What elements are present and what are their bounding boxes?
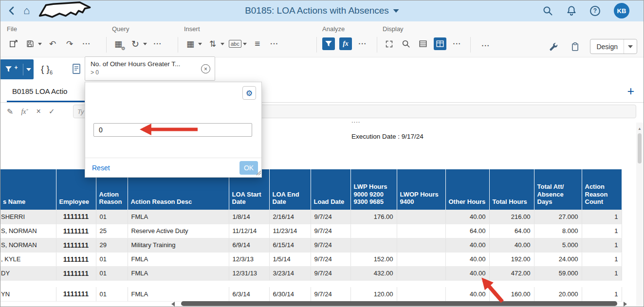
insert-function-icon[interactable]: fx+ <box>21 107 28 116</box>
table-cell[interactable]: 9/7/24 <box>311 210 350 224</box>
zoom-icon[interactable] <box>400 37 412 50</box>
table-cell[interactable]: 40.00 <box>445 252 489 266</box>
table-cell[interactable]: 11/12/14 <box>229 224 269 238</box>
table-cell[interactable]: 24.000 <box>534 252 582 266</box>
table-cell[interactable]: 25 <box>96 224 128 238</box>
table-cell[interactable]: 432.00 <box>350 266 397 280</box>
more-overflow-icon[interactable]: ··· <box>479 39 492 52</box>
table-cell[interactable]: 3/23/14 <box>269 266 311 280</box>
table-cell[interactable]: 1 <box>582 252 622 266</box>
table-cell[interactable]: 216.00 <box>489 210 534 224</box>
table-cell[interactable]: 9/7/24 <box>311 252 350 266</box>
table-cell[interactable]: 01 <box>96 287 128 301</box>
table-cell[interactable]: 01 <box>96 252 128 266</box>
table-cell[interactable]: 29 <box>96 238 128 252</box>
table-cell[interactable]: S, NORMAN <box>0 224 56 238</box>
table-cell[interactable] <box>397 210 445 224</box>
table-row[interactable]: SHERRI111111101FMLA1/8/142/16/149/7/2417… <box>0 210 622 224</box>
list-icon[interactable]: ≡ <box>251 37 264 50</box>
table-cell[interactable]: 160.00 <box>489 287 534 301</box>
design-button[interactable]: Design <box>590 39 637 54</box>
table-cell[interactable]: 9/7/24 <box>311 238 350 252</box>
gear-icon[interactable]: ⚙ <box>242 86 256 100</box>
table-cell[interactable]: DY <box>0 266 56 280</box>
table-cell[interactable]: 40.00 <box>445 210 489 224</box>
table-cell[interactable]: 176.00 <box>350 210 397 224</box>
table-cell[interactable]: 1/5/14 <box>269 252 311 266</box>
table-cell[interactable]: 1111111 <box>56 266 96 280</box>
table-cell[interactable]: 1/8/14 <box>229 210 269 224</box>
page-title[interactable]: B0185: LOA Actions with Absences <box>245 5 399 16</box>
table-cell[interactable]: 120.00 <box>350 287 397 301</box>
table-cell[interactable]: 40.00 <box>445 266 489 280</box>
undo-icon[interactable]: ↶ <box>46 37 59 50</box>
vertical-scrollbar[interactable]: ▲ <box>636 123 643 306</box>
table-row[interactable]: YN111111101FMLA6/3/146/30/149/7/24120.00… <box>0 287 622 301</box>
table-row[interactable]: S, NORMAN111111125Reserve Active Duty11/… <box>0 224 622 238</box>
table-cell[interactable]: FMLA <box>128 266 229 280</box>
table-cell[interactable]: 5.000 <box>534 238 582 252</box>
table-cell[interactable]: FMLA <box>128 252 229 266</box>
edit-pencil-icon[interactable]: ✎ <box>7 107 13 116</box>
back-icon[interactable] <box>8 6 16 15</box>
refresh-button[interactable]: ↻ <box>129 37 147 50</box>
table-cell[interactable]: 64.00 <box>489 224 534 238</box>
column-header[interactable]: s Name <box>0 169 56 210</box>
expand-icon[interactable] <box>383 37 395 50</box>
table-cell[interactable]: 12/3/13 <box>229 252 269 266</box>
add-tab-button[interactable]: + <box>627 84 634 98</box>
expression-count-badge[interactable]: { }6 <box>41 64 53 75</box>
column-header[interactable]: LWP Hours 9000 9200 9300 9685 <box>350 169 397 210</box>
formula-icon[interactable]: fx <box>339 37 352 50</box>
save-button[interactable] <box>24 37 42 50</box>
table-cell[interactable]: 152.00 <box>350 252 397 266</box>
table-cell[interactable]: 40.00 <box>489 238 534 252</box>
table-cell[interactable]: 192.00 <box>489 252 534 266</box>
table-cell[interactable]: 40.00 <box>445 287 489 301</box>
table-cell[interactable]: 1111111 <box>56 238 96 252</box>
vertical-scroll-thumb[interactable] <box>638 133 642 163</box>
search-icon[interactable] <box>542 5 553 16</box>
table-cell[interactable] <box>350 224 397 238</box>
table-cell[interactable]: 20.000 <box>534 287 582 301</box>
scroll-right-icon[interactable] <box>624 302 627 307</box>
column-header[interactable]: LOA End Date <box>269 169 311 210</box>
notifications-icon[interactable] <box>567 5 576 16</box>
table-cell[interactable] <box>397 238 445 252</box>
table-cell[interactable]: 8.000 <box>534 224 582 238</box>
cancel-icon[interactable]: × <box>37 107 41 116</box>
table-cell[interactable]: 1111111 <box>56 252 96 266</box>
redo-icon[interactable]: ↷ <box>63 37 76 50</box>
insert-table-button[interactable]: ▦ <box>184 37 202 50</box>
reset-button[interactable]: Reset <box>92 164 110 172</box>
horizontal-scroll-thumb[interactable] <box>181 301 617 306</box>
panel-rows-icon[interactable] <box>417 37 429 50</box>
table-cell[interactable]: 1111111 <box>56 210 96 224</box>
table-cell[interactable]: 9/7/24 <box>311 224 350 238</box>
new-workbook-icon[interactable] <box>7 37 19 50</box>
table-cell[interactable]: , KYLE <box>0 252 56 266</box>
table-cell[interactable]: 11/23/14 <box>269 224 311 238</box>
file-overflow-icon[interactable]: ··· <box>80 37 93 50</box>
table-cell[interactable] <box>397 287 445 301</box>
query-settings-icon[interactable]: ▦⚙ <box>112 37 125 50</box>
avatar[interactable]: KB <box>614 3 629 18</box>
table-cell[interactable] <box>397 224 445 238</box>
table-cell[interactable] <box>397 266 445 280</box>
filter-value-input[interactable]: 0 <box>93 123 252 137</box>
table-cell[interactable]: 472.00 <box>489 266 534 280</box>
column-header[interactable]: Total Hours <box>489 169 534 210</box>
table-row[interactable]: , KYLE111111101FMLA12/3/131/5/149/7/2415… <box>0 252 622 266</box>
table-cell[interactable]: 1 <box>582 224 622 238</box>
filter-chip[interactable]: No. of Other Hours Greater T... > 0 × <box>85 56 215 81</box>
column-header[interactable]: LWOP Hours 9400 <box>397 169 445 210</box>
table-cell[interactable]: 1 <box>582 266 622 280</box>
table-cell[interactable]: 01 <box>96 210 128 224</box>
confirm-icon[interactable]: ✓ <box>49 107 55 116</box>
table-cell[interactable]: 1111111 <box>56 287 96 301</box>
table-cell[interactable]: 2/16/14 <box>269 210 311 224</box>
table-cell[interactable]: 40.00 <box>445 238 489 252</box>
table-cell[interactable]: 64.00 <box>445 224 489 238</box>
table-cell[interactable]: 1 <box>582 238 622 252</box>
text-box-button[interactable]: abc <box>229 40 247 48</box>
